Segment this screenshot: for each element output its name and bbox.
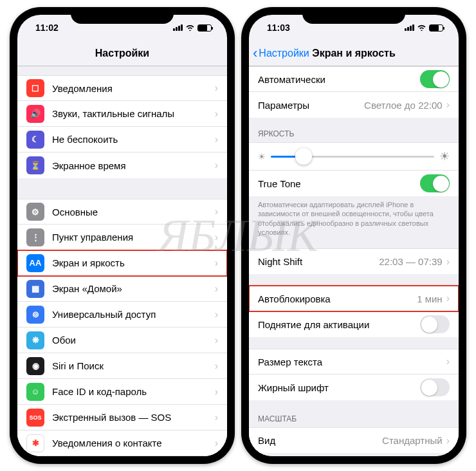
row-label: Параметры	[258, 100, 364, 111]
status-indicators	[173, 23, 212, 33]
clock: 11:02	[35, 23, 59, 33]
wifi-icon	[417, 23, 426, 33]
chevron-right-icon: ›	[446, 435, 450, 447]
chevron-right-icon: ›	[215, 335, 218, 346]
row-label: Звуки, тактильные сигналы	[52, 108, 215, 119]
toggle-truetone[interactable]	[420, 174, 450, 192]
row-sos[interactable]: SOSЭкстренный вызов — SOS›	[17, 405, 227, 430]
wallpaper-icon: ❋	[26, 331, 44, 349]
row-label: Размер текста	[258, 356, 446, 367]
row-label: Жирный шрифт	[258, 382, 420, 393]
row-label: Поднятие для активации	[258, 319, 420, 330]
toggle-raise[interactable]	[420, 315, 450, 333]
nav-bar: ‹ Настройки Экран и яркость	[249, 41, 459, 66]
slider-thumb[interactable]	[295, 148, 312, 165]
screen-right: 11:03 ‹ Настройки Экран и яркость Ав	[249, 15, 459, 456]
faceid-icon: ☺	[26, 383, 44, 401]
clock: 11:03	[267, 23, 290, 33]
wifi-icon	[185, 23, 195, 33]
row-wallpaper[interactable]: ❋Обои›	[17, 328, 227, 353]
brightness-slider[interactable]	[271, 156, 434, 158]
row-general[interactable]: ⚙Основные›	[17, 199, 227, 225]
row-params[interactable]: Параметры Светлое до 22:00 ›	[249, 92, 459, 118]
exposure-icon: ✱	[26, 434, 44, 452]
row-value: 22:03 — 07:39	[379, 256, 442, 267]
row-nightshift[interactable]: Night Shift 22:03 — 07:39 ›	[249, 248, 459, 274]
row-auto[interactable]: Автоматически	[249, 66, 459, 92]
chevron-right-icon: ›	[215, 232, 218, 243]
row-display[interactable]: AAЭкран и яркость›	[17, 250, 227, 276]
row-siri[interactable]: ◉Siri и Поиск›	[17, 353, 227, 379]
notch	[302, 7, 405, 24]
row-accessibility[interactable]: ⊚Универсальный доступ›	[17, 302, 227, 328]
settings-list[interactable]: ☐Уведомления›🔊Звуки, тактильные сигналы›…	[17, 66, 227, 456]
cellular-icon	[173, 24, 183, 31]
battery-icon	[197, 24, 212, 32]
section-header-brightness: ЯРКОСТЬ	[249, 129, 459, 142]
row-notifications[interactable]: ☐Уведомления›	[17, 75, 227, 101]
row-label: Экстренный вызов — SOS	[52, 412, 215, 423]
section-brightness: ☀ ☀ True Tone	[249, 142, 459, 196]
section-zoom: Вид Стандартный ›	[249, 427, 459, 453]
row-bold[interactable]: Жирный шрифт	[249, 374, 459, 400]
chevron-right-icon: ›	[215, 134, 218, 145]
nav-bar: Настройки	[17, 41, 227, 66]
chevron-right-icon: ›	[215, 206, 218, 217]
row-value: 1 мин	[417, 293, 443, 304]
row-label: Уведомления о контакте	[52, 438, 215, 448]
page-title: Настройки	[95, 48, 149, 59]
toggle-auto[interactable]	[420, 70, 450, 88]
section-appearance: Автоматически Параметры Светлое до 22:00…	[249, 66, 459, 118]
phone-right: 11:03 ‹ Настройки Экран и яркость Ав	[241, 7, 466, 464]
sun-large-icon: ☀	[439, 149, 450, 163]
chevron-right-icon: ›	[215, 82, 218, 94]
row-label: Уведомления	[52, 83, 215, 94]
row-exposure[interactable]: ✱Уведомления о контакте›	[17, 430, 227, 456]
section-text: Размер текста › Жирный шрифт	[249, 349, 459, 400]
row-label: Автоматически	[258, 74, 420, 85]
screen-left: 11:02 Настройки ☐Уведомления›🔊Звуки, так…	[17, 15, 227, 456]
display-settings[interactable]: Автоматически Параметры Светлое до 22:00…	[249, 66, 459, 456]
row-label: Face ID и код-пароль	[52, 386, 215, 397]
section-nightshift: Night Shift 22:03 — 07:39 ›	[249, 248, 459, 274]
control-icon: ⋮	[26, 228, 44, 246]
page-title: Экран и яркость	[312, 48, 396, 59]
row-control[interactable]: ⋮Пункт управления›	[17, 225, 227, 250]
row-label: Не беспокоить	[52, 134, 215, 145]
section-header-zoom: МАСШТАБ	[249, 414, 459, 427]
row-label: Экранное время	[52, 160, 215, 171]
row-label: Обои	[52, 335, 215, 346]
general-icon: ⚙	[26, 203, 44, 221]
chevron-right-icon: ›	[446, 356, 450, 367]
chevron-right-icon: ›	[446, 293, 450, 304]
row-dnd[interactable]: ☾Не беспокоить›	[17, 127, 227, 152]
toggle-bold[interactable]	[420, 378, 450, 396]
chevron-right-icon: ›	[215, 309, 218, 320]
notch	[71, 7, 174, 24]
row-label: Экран и яркость	[52, 257, 215, 268]
section-autolock: Автоблокировка 1 мин › Поднятие для акти…	[249, 286, 459, 337]
screentime-icon: ⏳	[26, 156, 44, 174]
home-icon: ▦	[26, 280, 44, 298]
row-autolock[interactable]: Автоблокировка 1 мин ›	[249, 286, 459, 311]
accessibility-icon: ⊚	[26, 306, 44, 324]
chevron-right-icon: ›	[446, 256, 450, 268]
row-textsize[interactable]: Размер текста ›	[249, 349, 459, 374]
row-view[interactable]: Вид Стандартный ›	[249, 427, 459, 453]
row-faceid[interactable]: ☺Face ID и код-пароль›	[17, 379, 227, 405]
row-sounds[interactable]: 🔊Звуки, тактильные сигналы›	[17, 101, 227, 127]
row-label: Универсальный доступ	[52, 309, 215, 320]
chevron-right-icon: ›	[215, 108, 218, 120]
row-raise[interactable]: Поднятие для активации	[249, 311, 459, 337]
view-footer: Выберите вид для iPhone: «Увеличенный» п…	[249, 453, 459, 456]
brightness-slider-row: ☀ ☀	[249, 142, 459, 171]
row-home[interactable]: ▦Экран «Домой»›	[17, 276, 227, 302]
phone-left: 11:02 Настройки ☐Уведомления›🔊Звуки, так…	[10, 7, 235, 464]
row-screentime[interactable]: ⏳Экранное время›	[17, 152, 227, 178]
battery-icon	[429, 24, 443, 32]
row-label: Основные	[52, 207, 215, 217]
section-general: ⚙Основные›⋮Пункт управления›AAЭкран и яр…	[17, 199, 227, 456]
row-truetone[interactable]: True Tone	[249, 171, 459, 196]
back-button[interactable]: ‹ Настройки	[253, 46, 309, 60]
sos-icon: SOS	[26, 409, 44, 427]
